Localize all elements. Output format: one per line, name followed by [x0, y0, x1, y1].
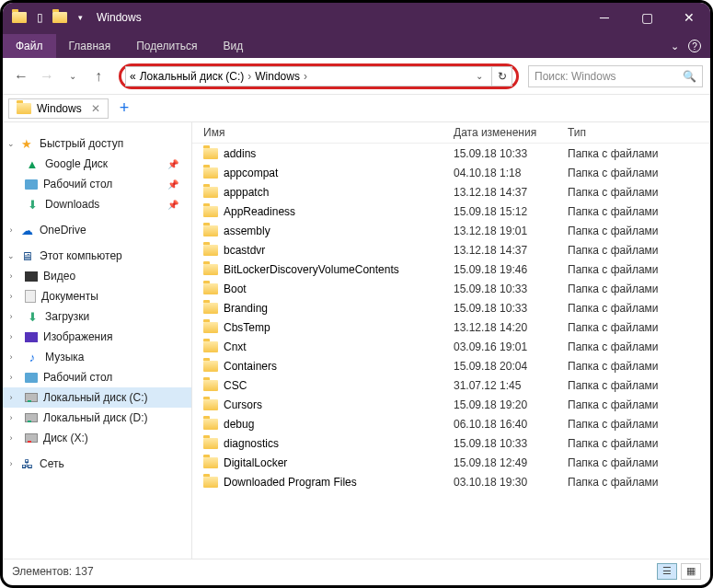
properties-icon[interactable]: ▯ [32, 10, 47, 25]
sidebar-quick-access[interactable]: ⌄ ★ Быстрый доступ [3, 133, 191, 154]
collapse-icon[interactable]: ⌄ [6, 251, 16, 260]
breadcrumb[interactable]: Windows [255, 70, 300, 83]
sidebar-this-pc[interactable]: ⌄ 🖥 Этот компьютер [3, 246, 191, 266]
file-row[interactable]: CSC31.07.12 1:45Папка с файлами [192, 375, 710, 395]
ribbon-expand-icon[interactable]: ⌄ [671, 40, 679, 52]
file-row[interactable]: appcompat04.10.18 1:18Папка с файлами [192, 163, 710, 182]
file-date: 15.09.18 10:33 [454, 437, 568, 450]
folder-icon [203, 167, 218, 179]
file-row[interactable]: addins15.09.18 10:33Папка с файлами [192, 144, 710, 163]
sidebar-network[interactable]: › 🖧 Сеть [3, 454, 191, 474]
refresh-button[interactable]: ↻ [492, 66, 512, 86]
file-name: diagnostics [224, 437, 454, 450]
sidebar-item[interactable]: ›♪Музыка [3, 347, 191, 367]
breadcrumb[interactable]: Локальный диск (C:) [140, 70, 245, 83]
file-row[interactable]: diagnostics15.09.18 10:33Папка с файлами [192, 433, 710, 453]
sidebar-item[interactable]: Рабочий стол📌 [3, 174, 191, 194]
expand-icon[interactable]: › [6, 413, 16, 422]
sidebar-item[interactable]: ›Видео [3, 266, 191, 286]
ribbon: Файл Главная Поделиться Вид ⌄ ? [3, 32, 710, 58]
file-row[interactable]: apppatch13.12.18 14:37Папка с файлами [192, 182, 710, 202]
sidebar-item[interactable]: ›Рабочий стол [3, 367, 191, 387]
up-button[interactable]: ↑ [87, 65, 109, 87]
column-type[interactable]: Тип [568, 126, 699, 139]
vid-icon [25, 271, 38, 282]
file-row[interactable]: Cursors15.09.18 19:20Папка с файлами [192, 395, 710, 414]
folder-icon [203, 361, 218, 372]
file-row[interactable]: debug06.10.18 16:40Папка с файлами [192, 414, 710, 433]
sidebar-item[interactable]: ›Локальный диск (C:) [3, 387, 191, 408]
sidebar-item[interactable]: ▲Google Диск📌 [3, 154, 191, 174]
recent-dropdown-icon[interactable]: ⌄ [62, 65, 84, 87]
forward-button[interactable]: → [36, 65, 58, 87]
expand-icon[interactable]: › [6, 393, 16, 402]
file-date: 15.09.18 10:33 [454, 282, 568, 295]
expand-icon[interactable]: › [6, 352, 16, 362]
sidebar-item[interactable]: ›⬇Загрузки [3, 306, 191, 327]
expand-icon[interactable]: › [6, 459, 16, 468]
ribbon-tab-view[interactable]: Вид [210, 34, 256, 58]
qat-folder-icon[interactable] [52, 10, 67, 25]
address-dropdown-icon[interactable]: ⌄ [471, 71, 488, 81]
column-name[interactable]: Имя [203, 126, 454, 139]
navigation-pane[interactable]: ⌄ ★ Быстрый доступ ▲Google Диск📌Рабочий … [3, 122, 192, 559]
expand-icon[interactable]: › [6, 312, 16, 321]
hdd-icon [25, 413, 38, 422]
file-row[interactable]: Boot15.09.18 10:33Папка с файлами [192, 279, 710, 298]
close-button[interactable]: ✕ [668, 3, 710, 32]
file-row[interactable]: Downloaded Program Files03.10.18 19:30Па… [192, 472, 710, 491]
ribbon-tab-share[interactable]: Поделиться [123, 34, 210, 58]
collapse-icon[interactable]: ⌄ [6, 139, 16, 148]
file-row[interactable]: Branding15.09.18 10:33Папка с файлами [192, 298, 710, 317]
qat-dropdown-icon[interactable]: ▾ [73, 10, 87, 25]
sidebar-item[interactable]: ›Документы [3, 286, 191, 306]
file-row[interactable]: BitLockerDiscoveryVolumeContents15.09.18… [192, 259, 710, 279]
hdd-icon [25, 393, 38, 402]
hdd-icon [25, 433, 38, 443]
view-large-icons-button[interactable]: ▦ [681, 563, 701, 580]
folder-icon [17, 103, 31, 114]
sidebar-item[interactable]: ⬇Downloads📌 [3, 194, 191, 214]
file-row[interactable]: DigitalLocker15.09.18 12:49Папка с файла… [192, 453, 710, 472]
new-tab-button[interactable]: + [112, 98, 137, 118]
file-name: Cursors [224, 398, 454, 411]
sidebar-item[interactable]: ›Диск (X:) [3, 428, 191, 448]
file-type: Папка с файлами [568, 340, 659, 353]
file-row[interactable]: Cnxt03.09.16 19:01Папка с файлами [192, 337, 710, 356]
maximize-button[interactable]: ▢ [626, 3, 668, 32]
file-row[interactable]: CbsTemp13.12.18 14:20Папка с файлами [192, 317, 710, 337]
expand-icon[interactable]: › [6, 373, 16, 382]
address-bar[interactable]: « Локальный диск (C:) › Windows › ⌄ [125, 66, 492, 86]
chevron-right-icon[interactable]: › [304, 70, 307, 83]
close-tab-icon[interactable]: ✕ [91, 102, 100, 115]
file-name: addins [224, 147, 454, 160]
file-list[interactable]: addins15.09.18 10:33Папка с файламиappco… [192, 144, 710, 559]
ribbon-tab-file[interactable]: Файл [3, 34, 56, 58]
dl-icon: ⬇ [25, 309, 40, 324]
sidebar-item[interactable]: ›Изображения [3, 327, 191, 347]
column-headers: Имя Дата изменения Тип [192, 122, 710, 144]
ribbon-tab-home[interactable]: Главная [56, 34, 124, 58]
view-details-button[interactable]: ☰ [657, 563, 677, 580]
back-button[interactable]: ← [10, 65, 32, 87]
file-type: Папка с файлами [568, 321, 659, 334]
column-date[interactable]: Дата изменения [454, 126, 568, 139]
expand-icon[interactable]: › [6, 292, 16, 301]
file-row[interactable]: AppReadiness15.09.18 15:12Папка с файлам… [192, 202, 710, 221]
file-date: 13.12.18 19:01 [454, 225, 568, 237]
expand-icon[interactable]: › [6, 225, 16, 235]
expand-icon[interactable]: › [6, 271, 16, 281]
search-input[interactable]: Поиск: Windows 🔍 [528, 65, 703, 87]
sidebar-onedrive[interactable]: › ☁ OneDrive [3, 220, 191, 240]
file-row[interactable]: assembly13.12.18 19:01Папка с файлами [192, 221, 710, 240]
chevron-right-icon[interactable]: › [247, 70, 251, 83]
file-row[interactable]: Containers15.09.18 20:04Папка с файлами [192, 356, 710, 375]
item-count: 137 [75, 565, 94, 578]
expand-icon[interactable]: › [6, 332, 16, 341]
minimize-button[interactable]: ─ [583, 3, 626, 32]
expand-icon[interactable]: › [6, 433, 16, 443]
sidebar-item[interactable]: ›Локальный диск (D:) [3, 408, 191, 428]
help-icon[interactable]: ? [688, 40, 701, 52]
folder-tab[interactable]: Windows ✕ [8, 98, 109, 119]
file-row[interactable]: bcastdvr13.12.18 14:37Папка с файлами [192, 240, 710, 259]
